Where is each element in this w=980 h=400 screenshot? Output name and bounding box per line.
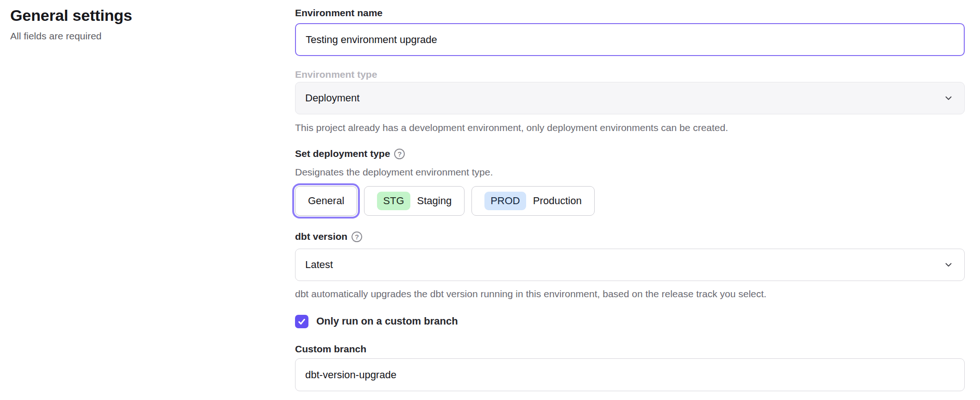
dbt-version-select[interactable]: Latest <box>295 249 965 281</box>
deployment-type-label: Set deployment type ? <box>295 147 965 160</box>
deployment-type-staging-button[interactable]: STG Staging <box>364 186 465 216</box>
environment-name-label: Environment name <box>295 6 965 19</box>
deployment-type-production-button[interactable]: PROD Production <box>471 186 595 216</box>
environment-settings-form: Environment name Environment type Deploy… <box>295 0 965 391</box>
prod-badge: PROD <box>484 192 526 210</box>
custom-branch-checkbox[interactable] <box>295 315 308 328</box>
deployment-type-options: General STG Staging PROD Production <box>295 185 965 217</box>
check-icon <box>297 317 307 326</box>
page-title: General settings <box>10 6 132 25</box>
dbt-version-helper: dbt automatically upgrades the dbt versi… <box>295 288 965 300</box>
help-circle-icon[interactable]: ? <box>352 231 362 242</box>
chevron-down-icon <box>943 93 954 103</box>
custom-branch-label: Custom branch <box>295 343 965 356</box>
deployment-type-helper: Designates the deployment environment ty… <box>295 166 965 179</box>
dbt-version-value: Latest <box>305 259 333 271</box>
dbt-version-label: dbt version ? <box>295 230 965 243</box>
custom-branch-checkbox-label[interactable]: Only run on a custom branch <box>316 315 458 327</box>
custom-branch-checkbox-row: Only run on a custom branch <box>295 314 965 328</box>
environment-type-label: Environment type <box>295 68 965 81</box>
environment-type-value: Deployment <box>305 92 359 104</box>
help-circle-icon[interactable]: ? <box>394 149 405 159</box>
page-subtitle: All fields are required <box>10 30 132 42</box>
stg-badge: STG <box>377 192 410 210</box>
general-button-label: General <box>308 195 344 207</box>
production-button-label: Production <box>533 195 582 207</box>
environment-type-helper: This project already has a development e… <box>295 121 965 134</box>
staging-button-label: Staging <box>417 195 452 207</box>
page-header: General settings All fields are required <box>10 6 132 42</box>
environment-type-select[interactable]: Deployment <box>295 82 965 114</box>
environment-name-input[interactable] <box>295 23 965 56</box>
chevron-down-icon <box>943 260 954 270</box>
custom-branch-input[interactable] <box>295 358 965 391</box>
deployment-type-general-button[interactable]: General <box>295 186 357 216</box>
